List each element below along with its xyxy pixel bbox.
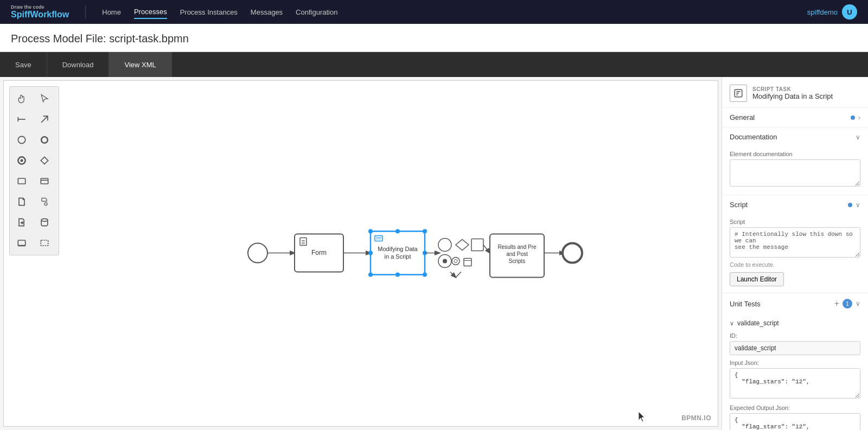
script-textarea[interactable]: # Intentionally slow this down so we can… [730,227,860,258]
circle-filled-tool[interactable] [12,151,31,170]
svg-line-47 [450,272,456,277]
input-json-textarea[interactable]: { "flag_stars": "12", [730,368,860,399]
svg-line-49 [483,245,490,253]
brand-logo[interactable]: Draw the code SpiffWorkflow [11,5,69,20]
panel-header: SCRIPT TASK Modifying Data in a Script [722,77,868,108]
svg-point-30 [395,229,400,233]
general-section-chevron: › [858,114,860,121]
view-xml-button[interactable]: View XML [109,52,171,77]
nav-home[interactable]: Home [102,6,121,18]
brand-sub-text: Draw the code [11,5,69,10]
diamond-tool[interactable] [35,151,54,170]
svg-point-13 [41,219,48,221]
user-avatar[interactable]: U [842,4,857,20]
connect-tool[interactable] [12,110,31,129]
general-section: General › [722,108,868,127]
svg-line-48 [456,272,461,277]
script-task-icon [730,85,747,102]
script-section-header[interactable]: Script ∨ [722,195,868,214]
documentation-section: Documentation ∨ Element documentation [722,127,868,195]
expected-output-label: Expected Output Json: [730,405,860,411]
svg-line-2 [41,116,48,123]
bpmn-watermark: BPMN.IO [681,414,711,422]
circle-tool[interactable] [12,130,31,150]
dashed-rect-tool[interactable] [35,233,54,253]
svg-text:Scripts: Scripts [509,258,526,264]
general-section-dot [851,115,855,120]
unit-tests-section-title: Unit Tests [730,300,761,308]
nav-links: Home Processes Process Instances Message… [102,5,337,19]
svg-text:in a Script: in a Script [385,253,411,259]
nav-process-instances[interactable]: Process Instances [180,6,238,18]
toolbar: Save Download View XML [0,52,868,77]
start-event [248,243,267,262]
rect-striped-tool[interactable] [35,171,54,191]
script-section-body: Script # Intentionally slow this down so… [722,219,868,293]
bpmn-flow[interactable]: Form Modifying Data in a Script [231,220,556,285]
element-doc-label: Element documentation [730,151,860,157]
svg-text:and Post: and Post [506,251,528,256]
doc-tool[interactable] [12,192,31,211]
svg-rect-14 [18,240,25,246]
canvas-area[interactable]: Form Modifying Data in a Script [3,80,718,427]
main-content: Form Modifying Data in a Script [0,77,868,430]
rect-bottom-tool[interactable] [12,233,31,253]
page-header: Process Model File: script-task.bpmn [0,24,868,52]
svg-point-31 [423,229,427,233]
nav-configuration[interactable]: Configuration [296,6,337,18]
expected-output-textarea[interactable]: { "flag_stars": "12", [730,413,860,430]
svg-rect-40 [471,239,483,251]
toggle-arrow-icon: ∨ [730,320,734,327]
element-doc-textarea[interactable] [730,159,860,187]
rect-tool[interactable] [12,171,31,191]
unit-tests-section-body: ∨ validate_script ID: Input Json: { "fla… [722,318,868,430]
svg-rect-16 [41,240,48,246]
unit-tests-section-header[interactable]: Unit Tests + 1 ∨ [722,293,868,314]
arrow-tool[interactable] [35,110,54,129]
svg-point-38 [438,238,451,251]
doc-arrow-tool[interactable] [12,213,31,232]
svg-point-35 [395,272,400,277]
right-panel: SCRIPT TASK Modifying Data in a Script G… [722,77,868,430]
select-tool[interactable] [35,89,54,108]
save-button[interactable]: Save [0,52,47,77]
circle-thick-tool[interactable] [35,130,54,150]
svg-text:Form: Form [311,248,327,256]
panel-title-block: SCRIPT TASK Modifying Data in a Script [752,86,833,100]
script-section-chevron: ∨ [856,201,860,209]
top-nav: Draw the code SpiffWorkflow Home Process… [0,0,868,24]
brand-main-text: SpiffWorkflow [11,10,69,20]
svg-point-29 [368,229,373,233]
svg-point-43 [452,257,459,265]
general-section-title: General [730,113,755,121]
unit-test-id-input[interactable] [730,341,860,355]
download-button[interactable]: Download [47,52,110,77]
svg-point-3 [18,136,25,143]
documentation-section-chevron: ∨ [856,133,860,141]
documentation-section-header[interactable]: Documentation ∨ [722,127,868,146]
id-label: ID: [730,332,860,339]
bpmn-diagram: Form Modifying Data in a Script [231,220,556,287]
user-label: spiffdemo [807,8,838,16]
unit-test-toggle[interactable]: ∨ validate_script [730,318,860,328]
unit-tests-badge: 1 [843,299,852,309]
nav-messages[interactable]: Messages [251,6,283,18]
svg-rect-9 [41,178,48,184]
code-help-text: Code to execute. [730,261,860,268]
doc-gear-tool[interactable] [35,192,54,211]
hand-tool[interactable] [12,89,31,108]
cylinder-tool[interactable] [35,213,54,232]
svg-text:Modifying Data: Modifying Data [378,245,418,252]
launch-editor-button[interactable]: Launch Editor [730,272,784,286]
unit-tests-add-button[interactable]: + [834,299,839,309]
cursor-position [639,412,647,424]
unit-tests-section: Unit Tests + 1 ∨ ∨ validate_script ID: [722,293,868,430]
script-section: Script ∨ Script # Intentionally slow thi… [722,195,868,293]
input-json-label: Input Json: [730,360,860,366]
nav-processes[interactable]: Processes [134,5,167,19]
nav-right: spiffdemo U [807,4,857,20]
svg-point-11 [44,203,47,206]
svg-marker-7 [41,157,48,164]
svg-text:Results and Pre: Results and Pre [497,243,537,249]
general-section-header[interactable]: General › [722,108,868,127]
